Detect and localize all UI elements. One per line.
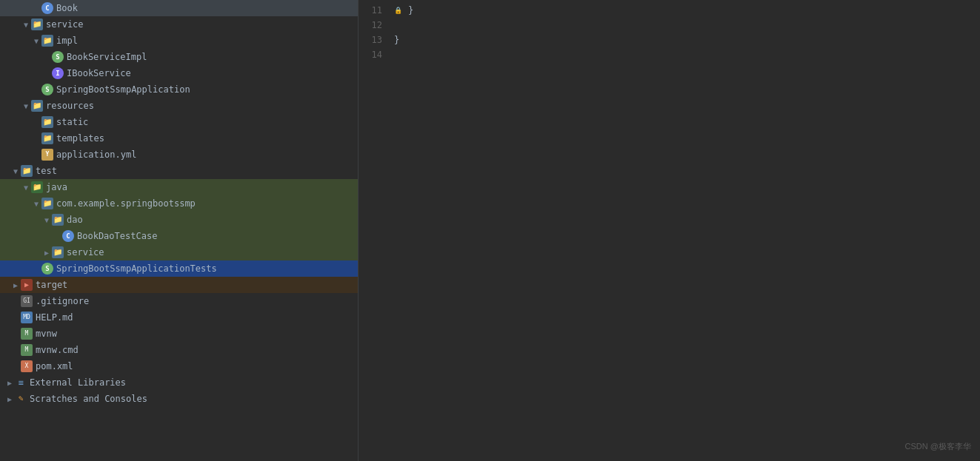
code-line-14 bbox=[394, 47, 980, 62]
tree-item-mvnwcmd[interactable]: M mvnw.cmd bbox=[0, 342, 358, 358]
tree-label-scratches: Scratches and Consoles bbox=[30, 394, 358, 404]
tree-item-bookserviceimpl[interactable]: S BookServiceImpl bbox=[0, 49, 358, 65]
folder-icon-service: 📁 bbox=[31, 18, 43, 30]
tree-label-resources: resources bbox=[46, 101, 358, 111]
folder-icon-resources: 📁 bbox=[31, 100, 43, 112]
tree-item-helpmd[interactable]: MD HELP.md bbox=[0, 309, 358, 326]
line-num-12: 12 bbox=[359, 18, 382, 33]
tree-label-service-test: service bbox=[67, 247, 358, 258]
tree-label-test: test bbox=[36, 166, 358, 176]
arrow-dao-test bbox=[41, 216, 52, 224]
code-content[interactable]: 🔒 } } bbox=[388, 3, 980, 461]
interface-icon-ibookservice: I bbox=[52, 67, 64, 79]
folder-icon-templates: 📁 bbox=[41, 132, 53, 144]
tree-label-gitignore: .gitignore bbox=[36, 296, 358, 306]
tree-label-mvnw: mvnw bbox=[36, 329, 358, 339]
folder-icon-com-test: 📁 bbox=[41, 198, 53, 209]
line-num-13: 13 bbox=[359, 33, 382, 47]
arrow-java-test bbox=[21, 184, 31, 192]
tree-item-gitignore[interactable]: GI .gitignore bbox=[0, 293, 358, 309]
folder-icon-test: 📁 bbox=[21, 165, 33, 177]
arrow-extlibs bbox=[4, 379, 15, 387]
xml-icon-pomxml: X bbox=[21, 360, 33, 372]
arrow-resources bbox=[21, 102, 31, 110]
tree-label-static: static bbox=[56, 117, 358, 127]
tree-label-java-test: java bbox=[46, 182, 358, 192]
tree-item-bookdaotestcase[interactable]: C BookDaoTestCase bbox=[0, 228, 358, 244]
gitignore-icon: GI bbox=[21, 295, 33, 307]
mvnwcmd-icon: M bbox=[21, 344, 33, 356]
folder-icon-impl: 📁 bbox=[41, 35, 53, 47]
tree-label-ibookservice: IBookService bbox=[67, 68, 358, 78]
gutter-lock-icon: 🔒 bbox=[394, 3, 402, 18]
arrow-test bbox=[10, 167, 21, 175]
tree-item-pomxml[interactable]: X pom.xml bbox=[0, 358, 358, 374]
spring-icon-springboottests: S bbox=[41, 263, 53, 275]
tree-item-mvnw[interactable]: M mvnw bbox=[0, 326, 358, 342]
tree-item-scratches[interactable]: ✎ Scratches and Consoles bbox=[0, 391, 358, 407]
line-numbers: 11 12 13 14 bbox=[359, 3, 388, 461]
tree-label-bookdaotestcase: BookDaoTestCase bbox=[77, 231, 358, 241]
tree-item-static[interactable]: 📁 static bbox=[0, 114, 358, 130]
tree-item-templates[interactable]: 📁 templates bbox=[0, 130, 358, 147]
arrow-com-test bbox=[31, 200, 41, 208]
tree-label-extlibs: External Libraries bbox=[30, 377, 358, 388]
tree-label-helpmd: HELP.md bbox=[36, 312, 358, 323]
code-editor: 11 12 13 14 🔒 } } bbox=[359, 0, 980, 461]
yaml-icon-applicationyml: Y bbox=[41, 149, 53, 161]
tree-label-dao-test: dao bbox=[67, 215, 358, 225]
folder-icon-service-test: 📁 bbox=[52, 246, 64, 258]
arrow-service-test bbox=[41, 249, 52, 257]
tree-item-test[interactable]: 📁 test bbox=[0, 163, 358, 179]
tree-item-resources[interactable]: 📁 resources bbox=[0, 98, 358, 114]
tree-item-service[interactable]: 📁 service bbox=[0, 16, 358, 33]
tree-item-applicationyml[interactable]: Y application.yml bbox=[0, 147, 358, 163]
tree-label-book: Book bbox=[56, 3, 358, 13]
tree-label-com-test: com.example.springbootssmp bbox=[56, 198, 358, 209]
code-brace-close-13: } bbox=[394, 33, 399, 47]
code-brace-close-11: } bbox=[408, 3, 413, 18]
tree-item-springboottests[interactable]: S SpringBootSsmpApplicationTests bbox=[0, 260, 358, 277]
tree-item-service-test[interactable]: 📁 service bbox=[0, 244, 358, 260]
tree-label-springbootssmpapp: SpringBootSsmpApplication bbox=[56, 84, 358, 95]
tree-label-service: service bbox=[46, 19, 358, 30]
folder-icon-static: 📁 bbox=[41, 116, 53, 128]
tree-item-springbootssmpapp[interactable]: S SpringBootSsmpApplication bbox=[0, 81, 358, 98]
tree-label-applicationyml: application.yml bbox=[56, 149, 358, 160]
tree-item-target[interactable]: ▶ target bbox=[0, 277, 358, 293]
tree-item-com-test[interactable]: 📁 com.example.springbootssmp bbox=[0, 195, 358, 212]
watermark: CSDN @极客李华 bbox=[905, 441, 971, 452]
tree-item-extlibs[interactable]: ≡ External Libraries bbox=[0, 374, 358, 391]
md-icon: MD bbox=[21, 312, 33, 323]
tree-label-pomxml: pom.xml bbox=[36, 361, 358, 371]
line-num-14: 14 bbox=[359, 47, 382, 62]
tree-item-ibookservice[interactable]: I IBookService bbox=[0, 65, 358, 81]
tree-item-dao-test[interactable]: 📁 dao bbox=[0, 212, 358, 228]
line-num-11: 11 bbox=[359, 3, 382, 18]
tree-item-book[interactable]: C Book bbox=[0, 0, 358, 16]
tree-item-impl[interactable]: 📁 impl bbox=[0, 33, 358, 49]
arrow-service bbox=[21, 21, 31, 29]
java-class-icon: C bbox=[41, 2, 53, 14]
tree-label-springboottests: SpringBootSsmpApplicationTests bbox=[56, 263, 358, 274]
code-line-12 bbox=[394, 18, 980, 33]
tree-label-templates: templates bbox=[56, 133, 358, 144]
code-line-13: } bbox=[394, 33, 980, 47]
mvnw-icon: M bbox=[21, 328, 33, 340]
tree-label-impl: impl bbox=[56, 36, 358, 46]
folder-icon-dao-test: 📁 bbox=[52, 214, 64, 226]
code-line-11: 🔒 } bbox=[394, 3, 980, 18]
tree-label-bookserviceimpl: BookServiceImpl bbox=[67, 52, 358, 62]
arrow-impl bbox=[31, 37, 41, 45]
file-tree[interactable]: C Book 📁 service 📁 impl S BookServiceImp… bbox=[0, 0, 359, 461]
arrow-scratches bbox=[4, 395, 15, 403]
arrow-target bbox=[10, 281, 21, 289]
scratches-icon: ✎ bbox=[15, 393, 27, 405]
target-icon: ▶ bbox=[21, 279, 33, 291]
tree-label-target: target bbox=[36, 280, 358, 290]
tree-label-mvnwcmd: mvnw.cmd bbox=[36, 345, 358, 355]
folder-icon-java-test: 📁 bbox=[31, 181, 43, 193]
extlib-icon: ≡ bbox=[15, 377, 27, 388]
tree-item-java-test[interactable]: 📁 java bbox=[0, 179, 358, 195]
spring-icon-springbootssmpapp: S bbox=[41, 84, 53, 95]
